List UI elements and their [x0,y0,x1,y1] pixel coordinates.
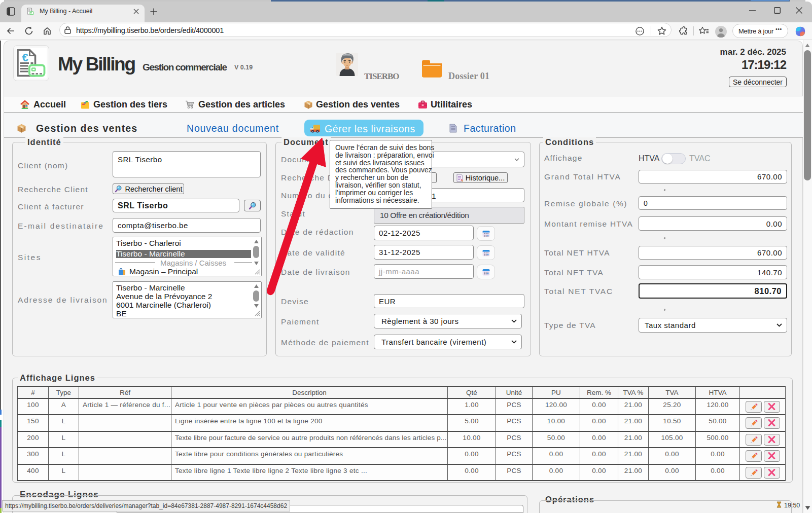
svg-text:€: € [22,51,28,64]
